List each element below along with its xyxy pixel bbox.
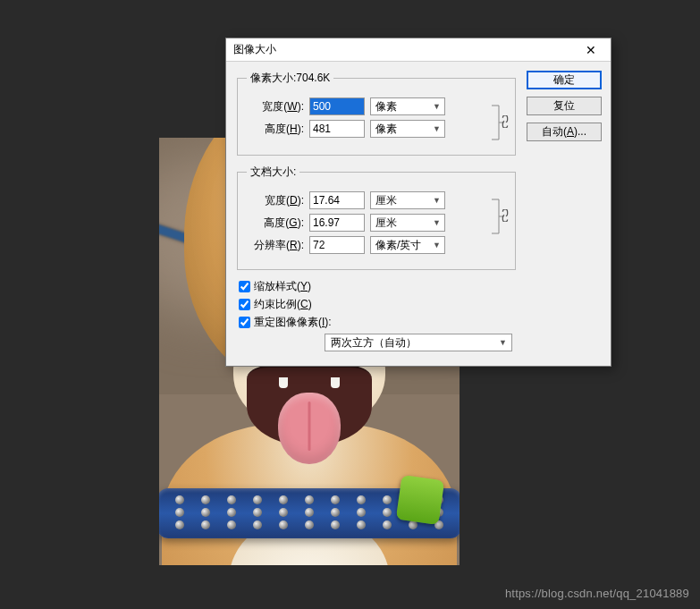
- pixel-dimensions-legend: 像素大小:704.6K: [247, 71, 333, 86]
- image-size-dialog: 图像大小 ✕ 确定 复位 自动(A)... 像素大小:704.6K 宽度(W):…: [225, 38, 611, 367]
- resample-checkbox[interactable]: 重定图像像素(I):: [239, 315, 600, 330]
- document-size-group: 文档大小: 宽度(D): 厘米 ▼ 高度(G): 厘米 ▼: [237, 165, 516, 270]
- chevron-down-icon: ▼: [433, 218, 441, 227]
- width-px-input[interactable]: [309, 97, 365, 115]
- resolution-label: 分辨率(R):: [247, 238, 304, 253]
- height-px-unit-select[interactable]: 像素 ▼: [370, 120, 445, 138]
- chevron-down-icon: ▼: [499, 338, 507, 347]
- constrain-proportions-checkbox[interactable]: 约束比例(C): [239, 297, 600, 312]
- scale-styles-checkbox[interactable]: 缩放样式(Y): [239, 279, 600, 294]
- width-doc-input[interactable]: [309, 191, 365, 209]
- constrain-link-icon[interactable]: [490, 99, 510, 146]
- resample-method-select[interactable]: 两次立方（自动） ▼: [325, 334, 512, 351]
- chevron-down-icon: ▼: [433, 102, 441, 111]
- chevron-down-icon: ▼: [433, 241, 441, 250]
- pixel-dimensions-group: 像素大小:704.6K 宽度(W): 像素 ▼ 高度(H): 像素 ▼: [237, 71, 516, 156]
- reset-button[interactable]: 复位: [527, 97, 602, 115]
- width-doc-unit-select[interactable]: 厘米 ▼: [370, 191, 445, 209]
- auto-button[interactable]: 自动(A)...: [527, 123, 602, 141]
- ok-button[interactable]: 确定: [527, 71, 602, 89]
- height-doc-unit-select[interactable]: 厘米 ▼: [370, 214, 445, 232]
- height-px-label: 高度(H):: [247, 122, 304, 137]
- width-doc-label: 宽度(D):: [247, 193, 304, 208]
- width-px-unit-select[interactable]: 像素 ▼: [370, 97, 445, 115]
- watermark-text: https://blog.csdn.net/qq_21041889: [505, 587, 689, 600]
- close-button[interactable]: ✕: [575, 40, 607, 60]
- document-size-legend: 文档大小:: [247, 165, 299, 180]
- close-icon: ✕: [586, 44, 596, 56]
- resolution-unit-select[interactable]: 像素/英寸 ▼: [370, 236, 445, 254]
- height-doc-input[interactable]: [309, 214, 365, 232]
- dialog-title: 图像大小: [233, 42, 276, 57]
- constrain-link-icon[interactable]: [490, 193, 510, 240]
- resolution-input[interactable]: [309, 236, 365, 254]
- chevron-down-icon: ▼: [433, 124, 441, 133]
- width-px-label: 宽度(W):: [247, 99, 304, 114]
- dialog-titlebar[interactable]: 图像大小 ✕: [226, 38, 611, 62]
- chevron-down-icon: ▼: [433, 196, 441, 205]
- height-doc-label: 高度(G):: [247, 216, 304, 231]
- height-px-input[interactable]: [309, 120, 365, 138]
